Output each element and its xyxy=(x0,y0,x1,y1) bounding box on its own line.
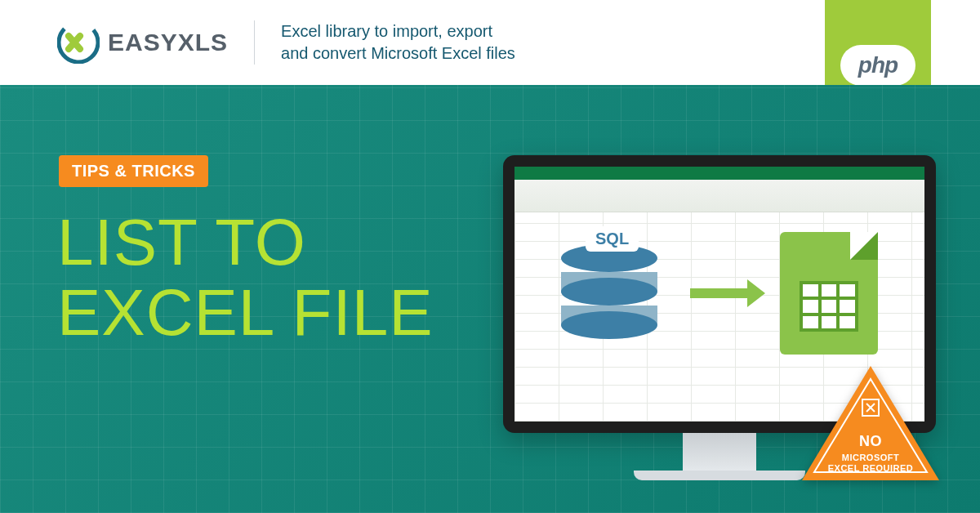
easyxls-logo-icon xyxy=(57,21,100,64)
tips-tricks-badge: TIPS & TRICKS xyxy=(59,155,208,187)
monitor-stand-base xyxy=(634,471,805,480)
monitor-illustration: SQL xyxy=(503,155,936,506)
tagline: Excel library to import, export and conv… xyxy=(281,20,515,65)
spreadsheet-file-icon xyxy=(780,232,878,355)
brand-text: EASYXLS xyxy=(108,29,228,56)
title-line2: EXCEL FILE xyxy=(57,276,434,349)
tagline-line1: Excel library to import, export xyxy=(281,22,492,40)
sql-label: SQL xyxy=(586,226,639,252)
title-line1: LIST TO xyxy=(57,206,306,279)
logo: EASYXLS xyxy=(57,21,228,64)
page-title: LIST TO EXCEL FILE xyxy=(57,207,434,349)
arrow-icon xyxy=(690,288,747,298)
brand-prefix: EASY xyxy=(108,29,178,56)
warning-text: NO MICROSOFT EXCEL REQUIRED xyxy=(822,433,920,474)
brand-suffix: XLS xyxy=(178,29,228,56)
no-excel-required-badge: NO MICROSOFT EXCEL REQUIRED xyxy=(802,366,939,488)
header-divider xyxy=(254,20,255,65)
excel-x-icon xyxy=(862,399,880,417)
warning-line1: MICROSOFT xyxy=(842,453,900,462)
warning-no: NO xyxy=(822,433,920,451)
excel-ribbon-bar xyxy=(514,180,924,212)
warning-line2: EXCEL REQUIRED xyxy=(828,463,914,473)
screen-content: SQL xyxy=(514,232,924,355)
tagline-line2: and convert Microsoft Excel files xyxy=(281,44,515,62)
excel-titlebar xyxy=(514,167,924,180)
database-icon: SQL xyxy=(561,244,657,342)
php-badge: php xyxy=(840,45,915,86)
main-panel: TIPS & TRICKS LIST TO EXCEL FILE SQL xyxy=(0,85,980,513)
monitor-stand-neck xyxy=(683,433,756,471)
